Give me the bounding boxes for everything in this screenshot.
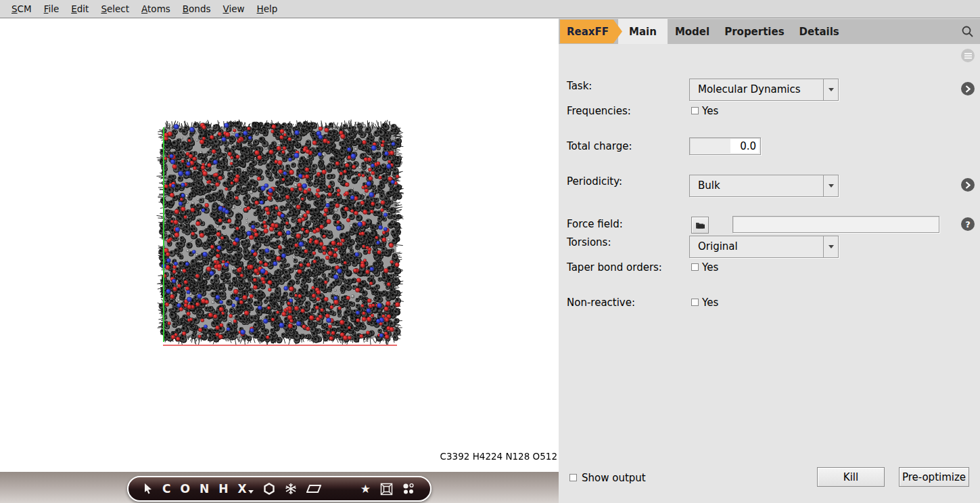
- kill-button[interactable]: Kill: [817, 467, 885, 487]
- menu-bonds[interactable]: Bonds: [177, 1, 217, 17]
- tab-bar: ReaxFF Main Model Properties Details: [559, 19, 980, 44]
- task-value: Molecular Dynamics: [690, 79, 823, 100]
- tab-details[interactable]: Details: [792, 19, 847, 44]
- periodicity-label: Periodicity:: [567, 175, 622, 188]
- total-charge-value: 0.0: [730, 139, 759, 153]
- task-more-icon[interactable]: [961, 82, 975, 95]
- non-reactive-label: Non-reactive:: [567, 297, 635, 309]
- menu-help[interactable]: Help: [251, 1, 284, 17]
- formula-readout: C3392 H4224 N128 O512: [440, 451, 557, 462]
- periodicity-more-icon[interactable]: [961, 178, 975, 192]
- force-field-label: Force field:: [567, 218, 623, 230]
- freeze-tool-icon[interactable]: [285, 483, 297, 495]
- force-field-browse-button[interactable]: [691, 217, 709, 234]
- force-field-help-icon[interactable]: ?: [961, 217, 975, 231]
- molecule-viewport[interactable]: [0, 19, 559, 472]
- dropdown-arrow-icon[interactable]: [823, 236, 838, 257]
- plane-tool-icon[interactable]: [306, 484, 321, 494]
- dropdown-arrow-icon[interactable]: [823, 175, 838, 196]
- pre-optimize-button[interactable]: Pre-optimize: [899, 467, 969, 487]
- element-o-tool[interactable]: O: [180, 483, 189, 495]
- element-x-dropdown-arrow: [248, 490, 254, 494]
- total-charge-input[interactable]: 0.0: [689, 137, 761, 155]
- non-reactive-option-label[interactable]: Yes: [702, 297, 718, 309]
- folder-icon: [695, 221, 705, 229]
- non-reactive-checkbox[interactable]: [691, 299, 699, 306]
- taper-bond-orders-checkbox[interactable]: [691, 263, 699, 271]
- panel-menu-icon[interactable]: [961, 49, 975, 62]
- tab-properties[interactable]: Properties: [717, 19, 791, 44]
- ring-tool-icon[interactable]: [263, 483, 275, 495]
- task-label: Task:: [567, 80, 592, 92]
- force-field-input[interactable]: [732, 216, 939, 233]
- menu-file[interactable]: File: [38, 1, 66, 17]
- menu-scm[interactable]: SCM: [5, 1, 38, 17]
- show-output-label[interactable]: Show output: [582, 472, 646, 484]
- taper-bond-orders-label: Taper bond orders:: [567, 261, 662, 274]
- menu-atoms[interactable]: Atoms: [135, 1, 177, 17]
- total-charge-label: Total charge:: [567, 140, 632, 152]
- element-x-tool[interactable]: X: [237, 483, 253, 495]
- molecule-display-tool-icon[interactable]: [402, 483, 415, 495]
- tab-model[interactable]: Model: [668, 19, 717, 44]
- frequencies-checkbox[interactable]: [691, 107, 699, 114]
- search-icon[interactable]: [961, 25, 974, 41]
- periodic-cell-tool-icon[interactable]: [380, 483, 393, 496]
- taper-bond-orders-option-label[interactable]: Yes: [702, 261, 718, 274]
- tab-main[interactable]: Main: [618, 19, 668, 44]
- molecule-viewer: C3392 H4224 N128 O512: [0, 19, 559, 472]
- show-output-checkbox[interactable]: [569, 474, 577, 481]
- dropdown-arrow-icon[interactable]: [823, 79, 838, 100]
- favorites-tool-icon[interactable]: ★: [360, 483, 371, 495]
- menubar: SCM File Edit Select Atoms Bonds View He…: [0, 0, 980, 18]
- module-badge-reaxff[interactable]: ReaxFF: [560, 20, 622, 43]
- torsions-dropdown[interactable]: Original: [689, 236, 839, 258]
- reaxff-window: SCM File Edit Select Atoms Bonds View He…: [0, 0, 980, 503]
- torsions-label: Torsions:: [567, 236, 611, 248]
- element-h-tool[interactable]: H: [218, 483, 228, 495]
- menu-select[interactable]: Select: [95, 1, 135, 17]
- frequencies-label: Frequencies:: [567, 105, 631, 117]
- periodicity-value: Bulk: [690, 175, 823, 196]
- element-n-tool[interactable]: N: [200, 483, 209, 495]
- task-dropdown[interactable]: Molecular Dynamics: [689, 79, 839, 101]
- menu-view[interactable]: View: [217, 1, 251, 17]
- pointer-tool-icon[interactable]: [144, 483, 153, 494]
- periodicity-dropdown[interactable]: Bulk: [689, 175, 839, 197]
- input-panel: ReaxFF Main Model Properties Details Tas…: [559, 18, 980, 503]
- torsions-value: Original: [690, 236, 823, 257]
- atom-toolbar: C O N H X ★: [127, 476, 431, 502]
- menu-edit[interactable]: Edit: [65, 1, 95, 17]
- frequencies-option-label[interactable]: Yes: [702, 105, 718, 117]
- element-c-tool[interactable]: C: [162, 483, 170, 495]
